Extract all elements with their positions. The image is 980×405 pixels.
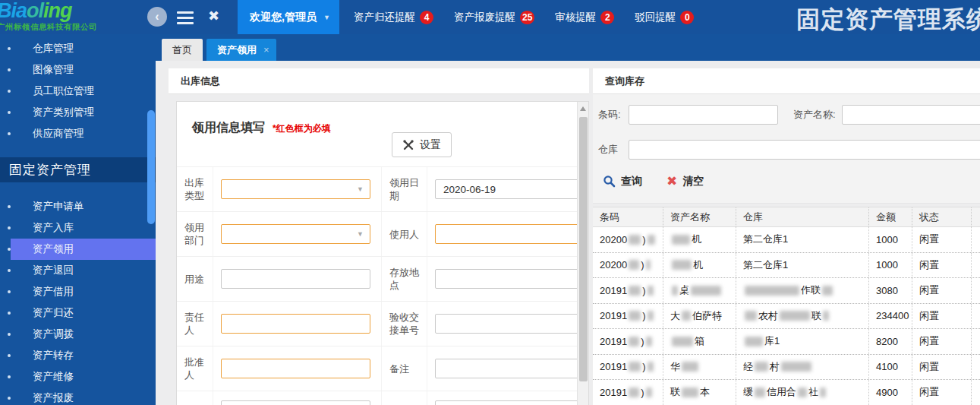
field-label-approver: 批准人 bbox=[177, 346, 213, 391]
chevron-down-icon: ▼ bbox=[323, 14, 330, 21]
clear-button[interactable]: ✖ 清空 bbox=[666, 173, 704, 189]
outbound-panel-title: 出库信息 bbox=[169, 68, 589, 94]
outbound-type-select[interactable]: ▼ bbox=[221, 179, 370, 199]
form-row: 用途存放地点 bbox=[177, 256, 577, 301]
close-icon[interactable]: ✖ bbox=[208, 8, 219, 24]
use-date-input[interactable]: 2020-06-1915 bbox=[435, 179, 577, 199]
table-row[interactable]: 20191)华经村4100闲置 bbox=[593, 355, 980, 381]
use-dept-select[interactable]: ▼ bbox=[221, 224, 370, 244]
date-value: 2020-06-19 bbox=[436, 184, 496, 195]
table-header-cell[interactable]: 资产名称 bbox=[663, 207, 736, 226]
approver-input[interactable] bbox=[221, 359, 370, 378]
cell-status: 闲置 bbox=[912, 253, 971, 278]
sidebar-item[interactable]: 资产调拨 bbox=[0, 324, 156, 345]
notification-item-0[interactable]: 资产归还提醒4 bbox=[354, 11, 433, 24]
cell-barcode: 20191) bbox=[593, 380, 663, 405]
field-label-user: 使用人 bbox=[381, 212, 427, 256]
query-button[interactable]: 查询 bbox=[603, 175, 642, 188]
receipt-no-input[interactable] bbox=[435, 314, 577, 334]
outbound-info-panel: 出库信息 领用信息填写 *红色框为必填 设置 出库类型▼领用日期2020-06-… bbox=[169, 68, 589, 405]
sidebar-item[interactable]: 资产类别管理 bbox=[0, 102, 156, 123]
redacted-blur bbox=[629, 260, 639, 270]
menu-icon[interactable] bbox=[177, 11, 194, 27]
asset-name-input[interactable] bbox=[842, 105, 980, 125]
purpose-input[interactable] bbox=[221, 269, 370, 289]
responsible-input[interactable] bbox=[221, 314, 370, 334]
scroll-up-icon[interactable] bbox=[580, 106, 586, 111]
table-header-cell[interactable]: 仓库 bbox=[736, 207, 868, 226]
status-input[interactable] bbox=[435, 400, 577, 405]
sidebar-item[interactable]: 仓库管理 bbox=[0, 38, 156, 59]
sidebar-item[interactable]: 资产退回 bbox=[0, 260, 156, 281]
notification-label: 驳回提醒 bbox=[635, 11, 676, 24]
barcode-input[interactable] bbox=[629, 105, 778, 125]
tools-icon bbox=[402, 139, 414, 151]
sidebar-item[interactable]: 资产申请单 bbox=[0, 196, 156, 217]
bullet-icon bbox=[8, 354, 11, 357]
sidebar-scrollbar[interactable] bbox=[147, 110, 155, 224]
cell-asset-name: 联本 bbox=[663, 380, 736, 405]
table-header-cell[interactable]: 金额 bbox=[868, 207, 912, 226]
redacted-blur bbox=[745, 311, 757, 321]
cell-warehouse: 第二仓库1 bbox=[736, 227, 868, 252]
cell-asset-name: 机 bbox=[663, 227, 736, 252]
sidebar-item-label: 资产借用 bbox=[33, 285, 74, 299]
warehouse-input[interactable] bbox=[629, 140, 980, 160]
redacted-blur bbox=[745, 337, 763, 346]
sidebar-item[interactable]: 供应商管理 bbox=[0, 123, 156, 144]
user-select[interactable]: ▼ bbox=[435, 224, 577, 244]
field-label-status: 状态 bbox=[381, 391, 427, 405]
sidebar-item[interactable]: 资产转存 bbox=[0, 345, 156, 366]
quantity-input[interactable] bbox=[221, 400, 370, 405]
sidebar-item-label: 员工职位管理 bbox=[33, 84, 94, 98]
welcome-user-dropdown[interactable]: 欢迎您,管理员 ▼ bbox=[238, 0, 339, 34]
redacted-blur bbox=[672, 337, 693, 346]
table-row[interactable]: 20200)机第二仓库11000闲置 bbox=[593, 227, 980, 253]
sidebar-section-header[interactable]: 固定资产管理 bbox=[0, 157, 156, 182]
table-row[interactable]: 20191)箱库18200闲置 bbox=[593, 329, 980, 355]
field-label-receipt-no: 验收交接单号 bbox=[381, 302, 427, 346]
notification-badge: 4 bbox=[420, 11, 433, 24]
redacted-blur bbox=[745, 286, 799, 296]
sidebar-item[interactable]: 资产维修 bbox=[0, 366, 156, 388]
collapse-sidebar-button[interactable]: ‹ bbox=[147, 7, 167, 27]
cell-barcode: 20191) bbox=[593, 329, 663, 354]
tab-0[interactable]: 首页 bbox=[162, 39, 203, 61]
main-area: 首页资产领用× 出库信息 领用信息填写 *红色框为必填 设置 出库类型▼领用日期… bbox=[156, 34, 980, 405]
sidebar-item[interactable]: 员工职位管理 bbox=[0, 81, 156, 102]
table-row[interactable]: 20191)联本缓信用合社4900闲置 bbox=[593, 380, 980, 405]
notification-item-3[interactable]: 驳回提醒0 bbox=[635, 11, 694, 24]
cell-warehouse: 农村联 bbox=[736, 304, 868, 329]
sidebar-item[interactable]: 资产入库 bbox=[0, 217, 156, 239]
query-label: 查询 bbox=[621, 175, 642, 188]
form-row: 领用部门▼使用人▼ bbox=[177, 211, 577, 256]
settings-button[interactable]: 设置 bbox=[392, 132, 452, 157]
notification-label: 资产归还提醒 bbox=[354, 11, 415, 24]
sidebar-item[interactable]: 图像管理 bbox=[0, 59, 156, 81]
notification-item-2[interactable]: 审核提醒2 bbox=[555, 11, 614, 24]
sidebar-item-label: 仓库管理 bbox=[33, 42, 74, 55]
scroll-thumb[interactable] bbox=[579, 117, 588, 381]
warehouse-label: 仓库 bbox=[598, 144, 622, 156]
cell-amount: 3080 bbox=[868, 278, 912, 303]
table-row[interactable]: 20200)机第二仓库11000闲置 bbox=[593, 253, 980, 279]
redacted-blur bbox=[798, 388, 807, 397]
table-header-cell[interactable]: 条码 bbox=[593, 207, 663, 226]
sidebar-item[interactable]: 资产报废 bbox=[0, 388, 156, 405]
redacted-blur bbox=[672, 235, 690, 245]
inventory-query-panel: 查询库存 条码: 资产名称: 仓库 查询 bbox=[593, 68, 980, 405]
notification-bar: 资产归还提醒4资产报废提醒25审核提醒2驳回提醒0 bbox=[354, 0, 694, 34]
table-row[interactable]: 20191)桌作联3080闲置 bbox=[593, 278, 980, 304]
tab-bar: 首页资产领用× bbox=[156, 34, 980, 61]
sidebar-item[interactable]: 资产借用 bbox=[0, 281, 156, 302]
table-row[interactable]: 20191)大伯萨特农村联234400闲置 bbox=[593, 304, 980, 330]
sidebar-item[interactable]: 资产归还 bbox=[0, 302, 156, 324]
tab-close-icon[interactable]: × bbox=[263, 44, 269, 55]
sidebar-item[interactable]: 资产领用 bbox=[0, 239, 156, 260]
location-input[interactable] bbox=[435, 269, 577, 289]
remark-input[interactable] bbox=[435, 359, 577, 378]
table-header-cell[interactable]: 状态 bbox=[912, 207, 971, 226]
tab-1[interactable]: 资产领用× bbox=[206, 39, 276, 61]
notification-item-1[interactable]: 资产报废提醒25 bbox=[454, 11, 534, 24]
form-scrollbar[interactable] bbox=[577, 102, 588, 405]
